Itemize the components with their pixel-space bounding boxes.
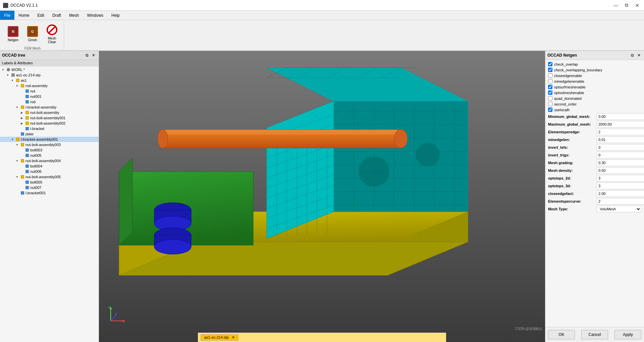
ribbon-btn-netgen[interactable]: N Netgen [4, 24, 22, 44]
right-panel-restore-button[interactable]: ⧉ [629, 52, 635, 58]
ok-button[interactable]: OK [548, 330, 575, 339]
cancel-button[interactable]: Cancel [581, 330, 608, 339]
tree-toggle-nut005 [19, 153, 24, 158]
menu-item-draft[interactable]: Draft [48, 11, 65, 20]
netgen-checkbox-second_order[interactable] [548, 102, 552, 106]
tree-toggle-as1-root[interactable]: ▼ [10, 78, 15, 83]
minimize-button[interactable]: — [612, 1, 620, 9]
tree-toggle-nut-bolt-assembly005[interactable]: ▼ [15, 175, 19, 179]
tree-label-nut006: nut006 [30, 169, 42, 174]
tree-item-l-bracket[interactable]: l-bracket [0, 126, 99, 131]
tree-item-l-bracket-assembly[interactable]: ▼l-bracket-assembly [0, 105, 99, 110]
panel-restore-button[interactable]: ⧉ [84, 52, 90, 58]
svg-line-124 [111, 316, 116, 321]
tree-toggle-l-bracket-assembly[interactable]: ▼ [15, 105, 19, 110]
netgen-input-0[interactable] [597, 113, 644, 120]
tree-toggle-nut-bolt-assembly[interactable]: ▶ [19, 110, 24, 115]
tree-item-nut-bolt-assembly002[interactable]: ▶nut-bolt-assembly002 [0, 121, 99, 126]
tree-item-plate[interactable]: plate [0, 131, 99, 137]
close-button[interactable]: ✕ [633, 1, 641, 9]
tree-item-bolt004[interactable]: bolt004 [0, 163, 99, 169]
svg-point-110 [394, 129, 408, 148]
svg-text:Z: Z [116, 312, 118, 315]
svg-rect-27 [21, 132, 24, 136]
tree-item-l-bracket001[interactable]: l-bracket001 [0, 190, 99, 196]
apply-button[interactable]: Apply [614, 330, 641, 339]
tree-toggle-l-bracket-assembly001[interactable]: ▼ [10, 137, 15, 142]
tree-item-nut-bolt-assembly005[interactable]: ▼nut-bolt-assembly005 [0, 174, 99, 180]
tree-item-nut006[interactable]: nut006 [0, 169, 99, 174]
netgen-input-10[interactable] [597, 190, 644, 197]
ribbon-btn-mesh-clear[interactable]: MeshClear [43, 22, 61, 46]
tree-label-nut-bolt-assembly005: nut-bolt-assembly005 [25, 175, 61, 179]
netgen-checkbox-minedgelenenable[interactable] [548, 79, 552, 83]
svg-rect-17 [25, 100, 29, 104]
netgen-input-4[interactable] [597, 144, 644, 151]
tree-item-bolt005[interactable]: bolt005 [0, 180, 99, 185]
menu-item-edit[interactable]: Edit [33, 11, 48, 20]
netgen-checkbox-row-optsurfmeshenable: optsurfmeshenable [548, 85, 641, 89]
tree-toggle-rod-assembly[interactable]: ▼ [15, 83, 19, 88]
tree-item-nut-bolt-assembly001[interactable]: ▶nut-bolt-assembly001 [0, 115, 99, 121]
tree-label-nut-bolt-assembly002: nut-bolt-assembly002 [30, 121, 65, 125]
netgen-input-3[interactable] [597, 136, 644, 143]
netgen-checkbox-row-minedgelenenable: minedgelenenable [548, 79, 641, 83]
tree-label-nut-bolt-assembly001: nut-bolt-assembly001 [30, 116, 65, 120]
viewport-tab-close[interactable]: ✕ [232, 335, 235, 339]
netgen-checkbox-optvolmeshenable[interactable] [548, 90, 552, 95]
menu-item-help[interactable]: Help [107, 11, 124, 20]
netgen-checkbox-closeedgeenable[interactable] [548, 73, 552, 78]
netgen-input-5[interactable] [597, 152, 644, 158]
netgen-checkbox-check_overlapping_boundary[interactable] [548, 68, 552, 72]
netgen-field-label-6: Mesh grading: [548, 161, 597, 165]
tree-item-nut005[interactable]: nut005 [0, 153, 99, 158]
tree-item-rod[interactable]: rod [0, 99, 99, 105]
tree-toggle-as1[interactable]: ▼ [5, 73, 10, 77]
main-layout: OCCAD tree ⧉ ✕ Labels & Attributes ▼WORL… [0, 51, 644, 342]
tree-item-nut001[interactable]: nut001 [0, 94, 99, 99]
netgen-input-6[interactable] [597, 159, 644, 166]
tree-toggle-nut-bolt-assembly004[interactable]: ▼ [15, 158, 19, 163]
netgen-input-2[interactable] [597, 129, 644, 135]
tree-item-nut-bolt-assembly[interactable]: ▶nut-bolt-assembly [0, 110, 99, 115]
netgen-label-check_overlapping_boundary: check_overlapping_boundary [554, 68, 641, 72]
panel-close-button[interactable]: ✕ [91, 52, 97, 58]
tree-icon-nut-bolt-assembly004 [20, 158, 25, 163]
netgen-checkbox-uselocalh[interactable] [548, 108, 552, 112]
netgen-input-8[interactable] [597, 175, 644, 182]
netgen-input-7[interactable] [597, 167, 644, 174]
viewport-tab[interactable]: as1-oc-214.stp ✕ [201, 334, 238, 341]
netgen-checkbox-quad_dominated[interactable] [548, 96, 552, 100]
netgen-input-1[interactable] [597, 121, 644, 128]
scene-3d: X Y Z CSDN @深湖晓云 [99, 51, 545, 342]
netgen-input-11[interactable] [597, 198, 644, 205]
tree-item-nut[interactable]: nut [0, 88, 99, 94]
tree-item-as1[interactable]: ▼as1-oc-214.stp [0, 72, 99, 78]
tree-item-bolt003[interactable]: bolt003 [0, 147, 99, 153]
svg-rect-37 [25, 170, 29, 173]
tree-item-l-bracket-assembly001[interactable]: ▼l-bracket-assembly001 [0, 137, 99, 142]
tree-toggle-nut-bolt-assembly002[interactable]: ▶ [19, 121, 24, 126]
tree-item-nut-bolt-assembly003[interactable]: ▼nut-bolt-assembly003 [0, 142, 99, 147]
netgen-select-12[interactable]: VoluMesh [597, 206, 641, 212]
right-panel-close-button[interactable]: ✕ [636, 52, 642, 58]
netgen-input-9[interactable] [597, 183, 644, 189]
netgen-checkbox-check_overlap[interactable] [548, 62, 552, 66]
menu-item-file[interactable]: File [0, 11, 14, 20]
tree-item-as1-root[interactable]: ▼as1 [0, 78, 99, 83]
viewport[interactable]: X Y Z CSDN @深湖晓云 as1-oc-214.stp ✕ [99, 51, 545, 342]
menu-item-windows[interactable]: Windows [83, 11, 107, 20]
restore-button[interactable]: ⧉ [623, 1, 631, 9]
tree-toggle-worl[interactable]: ▼ [1, 67, 5, 72]
tree-item-rod-assembly[interactable]: ▼rod-assembly [0, 83, 99, 88]
menu-item-mesh[interactable]: Mesh [65, 11, 83, 20]
ribbon-btn-gmsh[interactable]: G Gmsh [23, 24, 42, 44]
tree-toggle-nut-bolt-assembly003[interactable]: ▼ [15, 142, 19, 147]
menu-item-home[interactable]: Home [14, 11, 33, 20]
netgen-checkbox-optsurfmeshenable[interactable] [548, 85, 552, 89]
tree-toggle-nut-bolt-assembly001[interactable]: ▶ [19, 116, 24, 120]
tree-item-worl[interactable]: ▼WORL * [0, 67, 99, 72]
tree-item-nut-bolt-assembly004[interactable]: ▼nut-bolt-assembly004 [0, 158, 99, 163]
netgen-field-row-3: minedgelen:▲▼ [548, 136, 641, 143]
tree-item-nut007[interactable]: nut007 [0, 185, 99, 190]
